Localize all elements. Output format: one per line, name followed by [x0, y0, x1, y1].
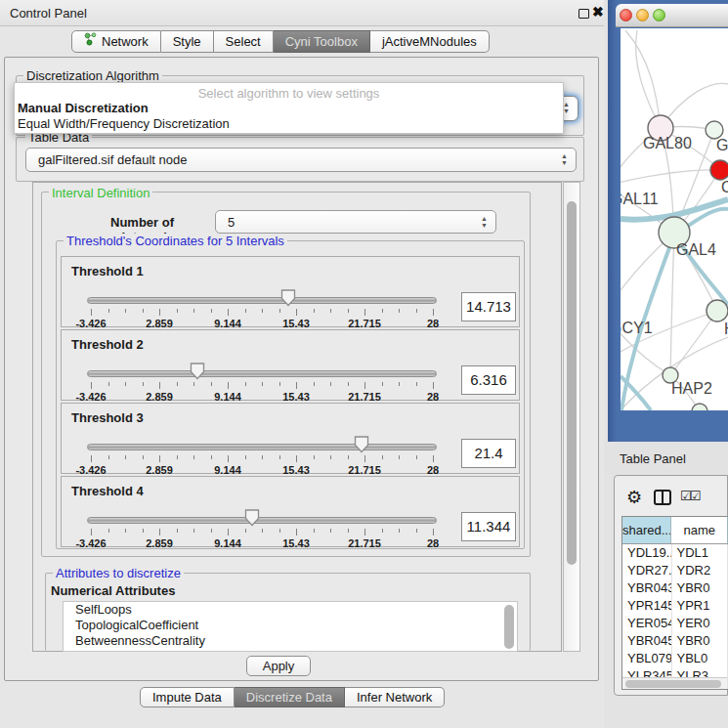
slider-tick: [143, 529, 144, 533]
dropdown-prompt[interactable]: Select algorithm to view settings: [15, 83, 563, 100]
vertical-scrollbar[interactable]: [563, 182, 580, 652]
zoom-traffic-light-icon[interactable]: [653, 9, 665, 21]
attribute-list-item[interactable]: TopologicalCoefficient: [64, 618, 517, 633]
column-header[interactable]: name: [671, 517, 728, 543]
control-panel: Control Panel ✖ NetworkStyleSelectCyni T…: [0, 0, 604, 728]
algorithm-option[interactable]: Equal Width/Frequency Discretization: [15, 115, 563, 131]
table-data-combobox[interactable]: galFiltered.sif default node ▲▼: [25, 148, 577, 172]
table-cell[interactable]: YBR045C: [622, 632, 672, 650]
close-icon[interactable]: ✖: [592, 4, 604, 20]
tab-jactivemnodules[interactable]: jActiveMNodules: [370, 30, 490, 53]
table-cell[interactable]: YDR2: [672, 562, 728, 579]
slider-tick: [330, 455, 331, 459]
slider-tick: [211, 529, 212, 533]
slider-tick-label: 28: [427, 464, 439, 476]
slider-tick: [262, 529, 263, 533]
tab-infer-network[interactable]: Infer Network: [345, 687, 445, 707]
split-column-icon[interactable]: [654, 490, 671, 505]
float-window-icon[interactable]: [578, 9, 589, 19]
number-of-intervals-combobox[interactable]: 5 ▲▼: [215, 210, 496, 234]
network-edge[interactable]: [670, 233, 674, 375]
slider-tick-label: 9.144: [214, 464, 241, 476]
table-cell[interactable]: YPR145W: [622, 597, 672, 615]
tab-style[interactable]: Style: [161, 30, 214, 53]
table-cell[interactable]: YBL079W: [622, 650, 672, 667]
slider-track[interactable]: [87, 444, 437, 450]
close-traffic-light-icon[interactable]: [620, 9, 632, 21]
slider-tick-label: 2.859: [146, 318, 173, 329]
slider-track[interactable]: [87, 370, 437, 377]
tab-discretize-data[interactable]: Discretize Data: [235, 687, 345, 707]
table-cell[interactable]: YBR0: [672, 632, 728, 650]
tab-cyni-toolbox[interactable]: Cyni Toolbox: [274, 30, 370, 53]
slider-thumb[interactable]: [354, 436, 369, 457]
attribute-list-item[interactable]: SelfLoops: [64, 602, 517, 618]
network-node-label: GA: [716, 137, 728, 153]
table-row[interactable]: YDL19...YDL1: [622, 544, 728, 562]
slider-tick: [296, 309, 297, 316]
slider-tick: [245, 455, 246, 459]
table-cell[interactable]: YBR043C: [622, 579, 672, 597]
table-row[interactable]: YPR145WYPR1: [622, 597, 728, 615]
slider-tick: [91, 529, 92, 535]
slider-thumb[interactable]: [244, 509, 260, 531]
minimize-traffic-light-icon[interactable]: [636, 9, 649, 21]
table-row[interactable]: YDR27...YDR2: [622, 562, 728, 579]
table-cell[interactable]: YER054C: [622, 615, 672, 632]
top-tab-bar: NetworkStyleSelectCyni ToolboxjActiveMNo…: [71, 30, 490, 53]
threshold-value-field[interactable]: 6.316: [461, 365, 516, 395]
network-node[interactable]: [707, 300, 728, 321]
horizontal-scrollbar[interactable]: [622, 677, 727, 689]
slider-tick-label: 15.43: [282, 391, 310, 403]
slider-tick-label: 9.144: [214, 318, 241, 329]
algorithm-dropdown-popup: Select algorithm to view settings Manual…: [14, 82, 564, 134]
network-canvas[interactable]: GAL80GAL11GAL4GCY1HAP2GACH: [621, 28, 728, 410]
network-node[interactable]: [692, 404, 707, 410]
table-row[interactable]: YER054CYER0: [622, 615, 728, 632]
slider-thumb[interactable]: [280, 289, 296, 311]
threshold-value-field[interactable]: 11.344: [461, 512, 516, 541]
network-edge[interactable]: [636, 30, 661, 128]
table-cell[interactable]: YDL19...: [622, 544, 672, 562]
slider-tick: [143, 382, 144, 386]
slider-tick: [416, 455, 417, 459]
attribute-list-item[interactable]: BetweennessCentrality: [64, 633, 517, 649]
table-row[interactable]: YBR043CYBR0: [622, 579, 728, 597]
list-scrollbar-thumb[interactable]: [504, 605, 514, 649]
network-edge[interactable]: [670, 311, 717, 375]
table-cell[interactable]: YDR27...: [622, 562, 672, 579]
threshold-box: Threshold 3-3.4262.8599.14415.4321.71528…: [61, 403, 520, 474]
threshold-value-field[interactable]: 21.4: [461, 439, 516, 468]
scrollbar-thumb[interactable]: [567, 201, 577, 565]
slider-thumb[interactable]: [190, 363, 205, 384]
table-cell[interactable]: YBL0: [672, 650, 728, 667]
slider-tick: [245, 309, 246, 313]
scrollbar-thumb[interactable]: [625, 680, 721, 688]
table-panel-toolbar: ⚙ ☑☑: [621, 487, 728, 514]
slider-track[interactable]: [87, 297, 437, 304]
table-cell[interactable]: YER0: [672, 615, 728, 632]
table-cell[interactable]: YBR0: [672, 579, 728, 597]
table-cell[interactable]: YPR1: [672, 597, 728, 615]
node-attribute-table[interactable]: shared...name YDL19...YDL1YDR27...YDR2YB…: [621, 516, 728, 690]
interval-definition-label: Interval Definition: [49, 186, 152, 200]
column-header[interactable]: shared...: [622, 517, 671, 543]
numerical-attributes-list[interactable]: SelfLoopsTopologicalCoefficientBetweenne…: [63, 601, 518, 652]
table-cell[interactable]: YDL1: [672, 544, 728, 562]
algorithm-option[interactable]: Manual Discretization: [15, 100, 563, 115]
tab-network[interactable]: Network: [71, 30, 161, 53]
combo-arrows-icon: ▲▼: [563, 101, 570, 114]
network-edge[interactable]: [625, 30, 661, 128]
apply-button[interactable]: Apply: [246, 656, 311, 676]
network-node[interactable]: [710, 160, 728, 180]
table-row[interactable]: YBR045CYBR0: [622, 632, 728, 650]
tab-select[interactable]: Select: [214, 30, 274, 53]
checkbox-checked-icon[interactable]: ☑☑: [680, 489, 699, 503]
threshold-value-field[interactable]: 14.713: [461, 292, 516, 321]
slider-tick: [125, 309, 126, 313]
gear-icon[interactable]: ⚙: [626, 487, 642, 508]
tab-impute-data[interactable]: Impute Data: [140, 687, 235, 707]
slider-track[interactable]: [87, 517, 437, 524]
table-row[interactable]: YBL079WYBL0: [622, 650, 728, 667]
slider-tick: [211, 382, 212, 386]
